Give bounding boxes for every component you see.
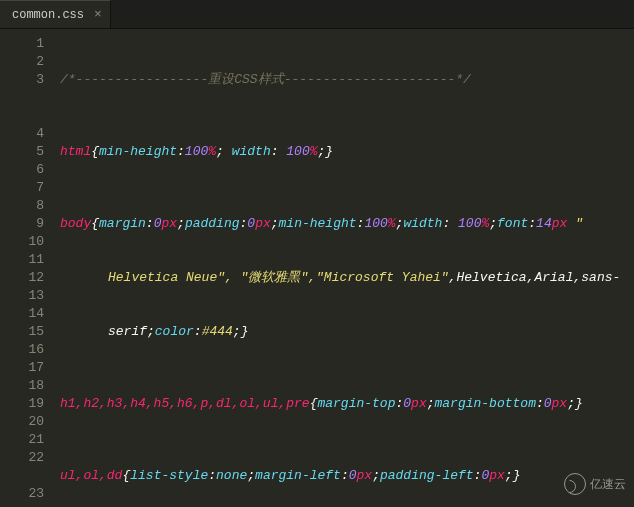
line-number: 11 — [0, 251, 44, 269]
code-line: Helvetica Neue", "微软雅黑","Microsoft Yahei… — [60, 269, 634, 287]
tab-common-css[interactable]: common.css × — [0, 0, 111, 28]
gutter: 1 2 3 4 5 6 7 8 9 10 11 12 13 14 15 16 1… — [0, 29, 52, 507]
code-line: serif;color:#444;} — [60, 323, 634, 341]
code-line: body{margin:0px;padding:0px;min-height:1… — [60, 215, 634, 233]
tab-bar: common.css × — [0, 0, 634, 29]
line-number: 10 — [0, 233, 44, 251]
code-line: ul,ol,dd{list-style:none;margin-left:0px… — [60, 467, 634, 485]
line-number — [0, 467, 44, 485]
line-number: 7 — [0, 179, 44, 197]
line-number: 20 — [0, 413, 44, 431]
line-number: 17 — [0, 359, 44, 377]
line-number: 23 — [0, 485, 44, 503]
editor: 1 2 3 4 5 6 7 8 9 10 11 12 13 14 15 16 1… — [0, 29, 634, 507]
line-number: 16 — [0, 341, 44, 359]
line-number: 1 — [0, 35, 44, 53]
code-line: html{min-height:100%; width: 100%;} — [60, 143, 634, 161]
line-number: 13 — [0, 287, 44, 305]
line-number: 19 — [0, 395, 44, 413]
line-number: 21 — [0, 431, 44, 449]
line-number: 3 — [0, 71, 44, 89]
line-number: 12 — [0, 269, 44, 287]
line-number — [0, 89, 44, 107]
code-area[interactable]: /*-----------------重设CSS样式--------------… — [52, 29, 634, 507]
line-number: 4 — [0, 125, 44, 143]
close-icon[interactable]: × — [94, 7, 102, 22]
line-number: 14 — [0, 305, 44, 323]
line-number: 5 — [0, 143, 44, 161]
line-number: 18 — [0, 377, 44, 395]
line-number: 9 — [0, 215, 44, 233]
line-number: 15 — [0, 323, 44, 341]
line-number — [0, 107, 44, 125]
tab-filename: common.css — [12, 8, 84, 22]
watermark: 亿速云 — [564, 473, 626, 495]
code-line: /*-----------------重设CSS样式--------------… — [60, 71, 634, 89]
cloud-icon — [564, 473, 586, 495]
line-number: 6 — [0, 161, 44, 179]
code-line: h1,h2,h3,h4,h5,h6,p,dl,ol,ul,pre{margin-… — [60, 395, 634, 413]
line-number: 22 — [0, 449, 44, 467]
line-number: 2 — [0, 53, 44, 71]
line-number: 8 — [0, 197, 44, 215]
watermark-text: 亿速云 — [590, 476, 626, 493]
